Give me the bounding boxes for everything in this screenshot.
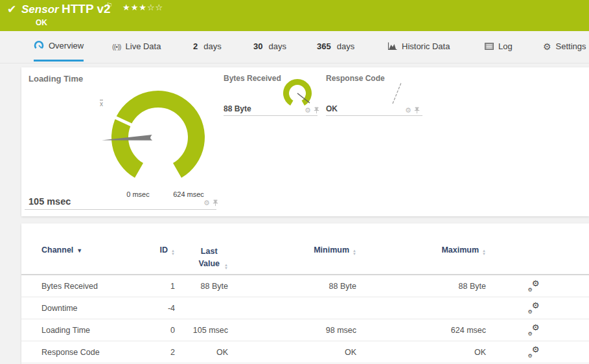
- response-code-gauge: [386, 75, 412, 106]
- channel-id: 1: [132, 282, 175, 291]
- table-header-row: Channel▼ ID▲▼ Last Value ▲▼ Minimum▲▼ Ma…: [21, 245, 589, 270]
- settings-gear-icon: ⚙: [543, 42, 551, 51]
- column-header-minimum[interactable]: Minimum▲▼: [228, 245, 356, 256]
- tab-historic-data-label: Historic Data: [402, 41, 450, 51]
- table-row[interactable]: Loading Time 0 105 msec 98 msec 624 msec…: [21, 319, 589, 341]
- table-row[interactable]: Bytes Received 1 88 Byte 88 Byte 88 Byte…: [21, 275, 589, 297]
- channel-id: -4: [132, 304, 175, 313]
- tab-overview[interactable]: Overview: [34, 31, 84, 62]
- tab-overview-label: Overview: [49, 41, 84, 51]
- live-data-icon: ((•)): [112, 43, 121, 51]
- flag-icon[interactable]: ⚐: [106, 1, 113, 10]
- channel-settings-icon[interactable]: ⚙⚙: [528, 347, 540, 357]
- tab-log-label: Log: [498, 41, 513, 51]
- column-header-maximum-label: Maximum: [441, 245, 479, 255]
- table-row[interactable]: Response Code 2 OK OK OK ⚙⚙: [21, 341, 589, 363]
- tab-365-days-label: days: [337, 41, 354, 51]
- prtg-sensor-page: ✔ Sensor HTTP v2 ⚐ ★★★☆☆ OK Overview ((•…: [0, 0, 589, 364]
- sort-icon: ▲▼: [482, 249, 486, 256]
- channel-maximum: OK: [356, 348, 486, 357]
- tab-30-days-label: days: [268, 41, 286, 51]
- column-header-maximum[interactable]: Maximum▲▼: [356, 245, 486, 256]
- channel-last-value: 105 msec: [175, 326, 228, 335]
- column-header-last-label: Last: [201, 247, 218, 256]
- gauge-gear-icon[interactable]: ⚙: [305, 107, 311, 114]
- channel-maximum: 624 msec: [356, 326, 486, 335]
- sort-desc-icon: ▼: [76, 247, 82, 254]
- sensor-name: HTTP v2: [62, 2, 111, 16]
- column-header-id-label: ID: [160, 245, 168, 255]
- response-code-gauge-title: Response Code: [326, 74, 385, 83]
- gauge-cell-divider: [326, 115, 422, 116]
- channel-minimum: OK: [228, 348, 356, 357]
- tab-live-data[interactable]: ((•)) Live Data: [112, 31, 161, 62]
- tab-bar: Overview ((•)) Live Data 2 days 30 days …: [0, 31, 589, 63]
- sensor-kind-label: Sensor: [21, 3, 59, 16]
- tab-2-days[interactable]: 2 days: [193, 31, 222, 62]
- gauge-gear-icon[interactable]: ⚙: [405, 107, 411, 114]
- sort-icon: ▲▼: [224, 264, 228, 270]
- gauge-scale-min: 0 msec: [119, 190, 157, 198]
- gauge-needle: [393, 83, 401, 104]
- column-header-last-value[interactable]: Last Value ▲▼: [175, 245, 228, 270]
- gauge-cell-divider: [224, 115, 318, 116]
- bytes-received-gauge-title: Bytes Received: [224, 74, 281, 83]
- loading-time-gauge-title: Loading Time: [29, 74, 83, 84]
- channels-table-panel: Channel▼ ID▲▼ Last Value ▲▼ Minimum▲▼ Ma…: [21, 223, 589, 364]
- tab-historic-data[interactable]: Historic Data: [387, 31, 450, 62]
- gauge-scale-max: 624 msec: [168, 190, 209, 198]
- channel-name: Bytes Received: [41, 282, 132, 291]
- tab-settings[interactable]: ⚙ Settings: [543, 31, 586, 62]
- pin-icon[interactable]: [314, 107, 319, 114]
- tab-2-days-label: days: [203, 41, 221, 51]
- tab-2-days-number: 2: [193, 41, 198, 51]
- stars-filled: ★★★: [122, 3, 147, 12]
- table-row[interactable]: Downtime -4 ⚙⚙: [21, 297, 589, 319]
- column-header-id[interactable]: ID▲▼: [132, 245, 175, 256]
- channel-settings-icon[interactable]: ⚙⚙: [528, 281, 540, 291]
- gauge-icon: [34, 40, 44, 51]
- tab-log[interactable]: Log: [485, 31, 513, 62]
- channel-name: Loading Time: [41, 326, 132, 335]
- channel-id: 0: [132, 326, 175, 335]
- historic-chart-icon: [387, 42, 397, 51]
- channel-minimum: 88 Byte: [228, 282, 356, 291]
- column-header-minimum-label: Minimum: [314, 245, 349, 255]
- column-header-channel[interactable]: Channel▼: [41, 245, 132, 255]
- gauges-panel: Loading Time x 0 msec 624 msec 105 msec …: [21, 67, 589, 216]
- channel-minimum: 98 msec: [228, 326, 356, 335]
- average-marker-label: x: [100, 100, 103, 108]
- gauge-gear-icon[interactable]: ⚙: [203, 199, 210, 207]
- stars-empty: ☆☆: [147, 3, 163, 12]
- bytes-received-value: 88 Byte: [224, 104, 251, 113]
- loading-time-gauge: [97, 76, 220, 199]
- channel-name: Downtime: [41, 304, 132, 313]
- status-check-icon: ✔: [7, 3, 16, 16]
- status-badge: OK: [36, 18, 47, 27]
- channel-id: 2: [132, 348, 175, 357]
- tab-30-days-number: 30: [253, 41, 262, 51]
- column-header-value-label: Value: [198, 259, 220, 268]
- log-icon: [485, 43, 494, 50]
- pin-icon[interactable]: [414, 107, 420, 114]
- tab-30-days[interactable]: 30 days: [253, 31, 286, 62]
- response-code-value: OK: [326, 104, 338, 113]
- tab-live-data-label: Live Data: [126, 41, 161, 51]
- tab-settings-label: Settings: [556, 41, 586, 51]
- channel-settings-icon[interactable]: ⚙⚙: [528, 325, 540, 335]
- loading-time-value: 105 msec: [29, 196, 71, 207]
- channel-last-value: 88 Byte: [175, 282, 228, 291]
- column-header-channel-label: Channel: [41, 245, 73, 255]
- sensor-header: ✔ Sensor HTTP v2 ⚐ ★★★☆☆ OK: [0, 0, 589, 31]
- channel-maximum: 88 Byte: [356, 282, 486, 291]
- tab-365-days[interactable]: 365 days: [317, 31, 354, 62]
- tab-365-days-number: 365: [317, 41, 331, 51]
- channel-settings-icon[interactable]: ⚙⚙: [528, 303, 540, 313]
- channel-last-value: OK: [175, 348, 228, 357]
- pin-icon[interactable]: [213, 199, 218, 207]
- channel-name: Response Code: [41, 348, 132, 357]
- gauge-cell-divider: [25, 209, 216, 210]
- priority-stars[interactable]: ★★★☆☆: [122, 3, 163, 12]
